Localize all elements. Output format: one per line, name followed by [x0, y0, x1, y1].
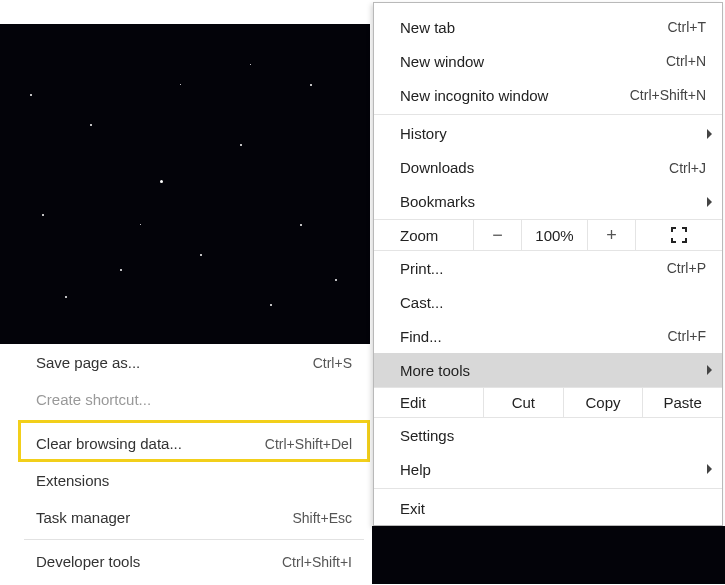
menu-item-shortcut: Ctrl+F: [668, 328, 707, 344]
menu-item-label: Settings: [400, 427, 706, 444]
menu-item-shortcut: Ctrl+Shift+I: [282, 554, 352, 570]
menu-item-clear-browsing-data[interactable]: Clear browsing data... Ctrl+Shift+Del: [18, 425, 370, 462]
background-image: [372, 526, 725, 584]
menu-item-new-window[interactable]: New window Ctrl+N: [374, 44, 722, 78]
menu-item-label: Find...: [400, 328, 668, 345]
menu-item-help[interactable]: Help: [374, 452, 722, 486]
menu-item-shortcut: Shift+Esc: [292, 510, 352, 526]
submenu-arrow-icon: [707, 365, 712, 375]
submenu-arrow-icon: [707, 197, 712, 207]
menu-item-label: More tools: [400, 362, 706, 379]
zoom-controls: Zoom − 100% +: [374, 219, 722, 251]
menu-item-history[interactable]: History: [374, 117, 722, 151]
cut-button[interactable]: Cut: [484, 388, 564, 417]
menu-item-shortcut: Ctrl+J: [669, 160, 706, 176]
menu-item-cast[interactable]: Cast...: [374, 285, 722, 319]
menu-item-shortcut: Ctrl+Shift+Del: [265, 436, 352, 452]
menu-item-shortcut: Ctrl+N: [666, 53, 706, 69]
menu-item-new-incognito-window[interactable]: New incognito window Ctrl+Shift+N: [374, 78, 722, 112]
menu-item-label: Bookmarks: [400, 193, 706, 210]
menu-item-label: Exit: [400, 500, 706, 517]
menu-item-label: New incognito window: [400, 87, 630, 104]
submenu-arrow-icon: [707, 464, 712, 474]
menu-item-extensions[interactable]: Extensions: [18, 462, 370, 499]
menu-item-label: Clear browsing data...: [36, 435, 182, 452]
menu-item-label: Help: [400, 461, 706, 478]
background-image: [0, 24, 370, 344]
paste-button[interactable]: Paste: [643, 388, 722, 417]
chrome-main-menu: New tab Ctrl+T New window Ctrl+N New inc…: [373, 2, 723, 526]
menu-separator: [374, 488, 722, 489]
menu-item-developer-tools[interactable]: Developer tools Ctrl+Shift+I: [18, 543, 370, 580]
menu-item-bookmarks[interactable]: Bookmarks: [374, 185, 722, 219]
menu-item-label: Print...: [400, 260, 667, 277]
menu-item-label: Extensions: [36, 472, 109, 489]
menu-item-print[interactable]: Print... Ctrl+P: [374, 251, 722, 285]
menu-item-save-page-as[interactable]: Save page as... Ctrl+S: [18, 344, 370, 381]
zoom-value: 100%: [522, 220, 588, 250]
edit-controls: Edit Cut Copy Paste: [374, 387, 722, 418]
zoom-out-button[interactable]: −: [474, 220, 522, 250]
menu-item-shortcut: Ctrl+P: [667, 260, 706, 276]
menu-item-label: History: [400, 125, 706, 142]
fullscreen-icon: [671, 227, 687, 243]
menu-item-shortcut: Ctrl+T: [668, 19, 707, 35]
menu-item-label: New tab: [400, 19, 668, 36]
menu-separator: [24, 421, 364, 422]
menu-item-shortcut: Ctrl+S: [313, 355, 352, 371]
menu-item-label: New window: [400, 53, 666, 70]
menu-item-settings[interactable]: Settings: [374, 418, 722, 452]
zoom-label: Zoom: [374, 220, 474, 250]
menu-item-label: Developer tools: [36, 553, 140, 570]
menu-item-label: Create shortcut...: [36, 391, 151, 408]
menu-item-label: Task manager: [36, 509, 130, 526]
menu-item-task-manager[interactable]: Task manager Shift+Esc: [18, 499, 370, 536]
edit-label: Edit: [374, 388, 484, 417]
more-tools-submenu: Save page as... Ctrl+S Create shortcut..…: [18, 344, 370, 580]
menu-separator: [374, 114, 722, 115]
menu-item-exit[interactable]: Exit: [374, 491, 722, 525]
menu-item-downloads[interactable]: Downloads Ctrl+J: [374, 151, 722, 185]
menu-item-label: Save page as...: [36, 354, 140, 371]
submenu-arrow-icon: [707, 129, 712, 139]
fullscreen-button[interactable]: [636, 220, 722, 250]
menu-item-find[interactable]: Find... Ctrl+F: [374, 319, 722, 353]
zoom-in-button[interactable]: +: [588, 220, 636, 250]
copy-button[interactable]: Copy: [564, 388, 644, 417]
menu-item-more-tools[interactable]: More tools: [374, 353, 722, 387]
menu-item-new-tab[interactable]: New tab Ctrl+T: [374, 10, 722, 44]
menu-item-label: Downloads: [400, 159, 669, 176]
menu-item-create-shortcut[interactable]: Create shortcut...: [18, 381, 370, 418]
menu-separator: [24, 539, 364, 540]
menu-item-label: Cast...: [400, 294, 706, 311]
menu-item-shortcut: Ctrl+Shift+N: [630, 87, 706, 103]
